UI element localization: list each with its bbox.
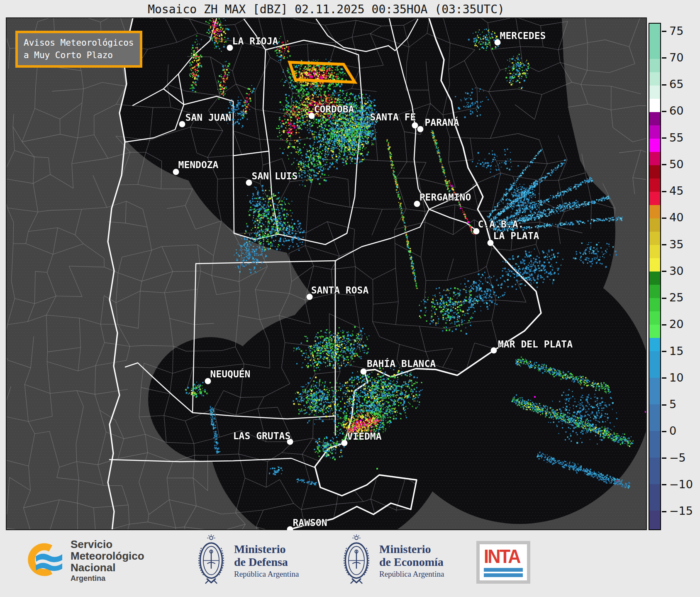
city-label: MAR DEL PLATA — [498, 339, 573, 350]
city-label: SAN LUIS — [252, 171, 298, 181]
smn-name-line1: Servicio — [71, 538, 144, 550]
colorbar-tick — [662, 244, 666, 245]
colorbar-tick-label: 50 — [669, 158, 683, 171]
city-label: C.A.B.A. — [478, 219, 524, 230]
colorbar-tick-label: 30 — [669, 264, 683, 277]
city-label: PARANÁ — [424, 117, 459, 128]
inta-bar-1 — [484, 568, 523, 572]
city-dot — [341, 440, 348, 446]
colorbar-tick-label: 0 — [669, 424, 676, 437]
colorbar-tick-label: −10 — [669, 478, 693, 491]
city-dot — [361, 369, 367, 375]
warning-box: Avisos Meteorológicos a Muy Corto Plazo — [15, 31, 142, 68]
economia-subtitle: República Argentina — [379, 570, 444, 578]
smn-logo-block: Servicio Meteorológico Nacional Argentin… — [25, 538, 144, 583]
colorbar-tick-label: −15 — [669, 504, 693, 517]
colorbar-tick-label: 60 — [669, 104, 683, 117]
city-label: BAHÍA BLANCA — [367, 358, 436, 369]
ministerio-defensa-block: Ministerio de Defensa República Argentin… — [195, 533, 299, 587]
colorbar-tick — [662, 431, 666, 432]
colorbar-tick — [662, 377, 666, 379]
inta-label: INTA — [484, 546, 520, 566]
escudo-argentina-icon — [195, 533, 227, 587]
inta-bar-2 — [484, 573, 523, 577]
colorbar-gradient — [649, 23, 661, 530]
smn-country: Argentina — [71, 575, 144, 582]
economia-title2: de Economía — [379, 555, 444, 568]
city-label: PERGAMINO — [420, 192, 471, 203]
inta-logo: INTA — [476, 541, 530, 584]
ministerio-economia-block: Ministerio de Economía República Argenti… — [340, 533, 444, 587]
footer-logos: Servicio Meteorológico Nacional Argentin… — [0, 530, 700, 597]
defensa-title2: de Defensa — [234, 555, 299, 568]
city-label: MERCEDES — [500, 30, 546, 41]
warning-line1: Avisos Meteorológicos — [24, 37, 134, 49]
inta-logo-block: INTA — [476, 541, 530, 584]
escudo-argentina-icon — [340, 533, 373, 587]
colorbar-tick — [662, 137, 666, 139]
colorbar-tick-label: 65 — [669, 78, 683, 91]
city-label: SAN JUAN — [185, 112, 232, 123]
colorbar: 757065605550454035302520151050−5−10−15 — [649, 23, 700, 530]
city-label: LAS GRUTAS — [233, 431, 290, 441]
colorbar-tick — [662, 511, 666, 512]
city-label-layer: LA RIOJAMERCEDESSAN JUANCÓRDOBASANTA FEP… — [7, 18, 646, 529]
colorbar-tick-label: 5 — [669, 398, 676, 411]
economia-title1: Ministerio — [379, 543, 444, 555]
colorbar-tick-label: 55 — [669, 131, 683, 144]
colorbar-tick — [662, 84, 666, 86]
colorbar-tick — [662, 351, 666, 352]
city-label: LA PLATA — [493, 230, 539, 241]
colorbar-tick-label: 45 — [669, 184, 683, 197]
defensa-title1: Ministerio — [234, 543, 299, 555]
colorbar-tick — [662, 484, 666, 485]
city-dot — [417, 126, 424, 132]
city-label: VIEDMA — [347, 431, 381, 442]
colorbar-tick — [662, 164, 666, 165]
colorbar-tick — [662, 458, 666, 459]
city-label: SANTA ROSA — [311, 285, 368, 296]
colorbar-tick-label: 20 — [669, 318, 683, 330]
colorbar-tick — [662, 404, 666, 406]
colorbar-tick-label: 25 — [669, 291, 683, 304]
defensa-subtitle: República Argentina — [234, 570, 299, 578]
city-label: CÓRDOBA — [314, 104, 354, 115]
colorbar-tick — [662, 191, 666, 192]
page-title: Mosaico ZH MAX [dBZ] 02.11.2025 00:35HOA… — [148, 2, 505, 16]
colorbar-tick-label: 15 — [669, 344, 683, 357]
city-label: NEUQUÉN — [210, 369, 251, 379]
city-label: LA RIOJA — [232, 36, 278, 46]
radar-map: LA RIOJAMERCEDESSAN JUANCÓRDOBASANTA FEP… — [6, 17, 647, 530]
city-label: MENDOZA — [178, 159, 219, 170]
smn-name-line2: Meteorológico — [71, 550, 144, 562]
colorbar-tick-label: 75 — [669, 24, 683, 37]
colorbar-tick-label: 70 — [669, 51, 683, 64]
colorbar-tick — [662, 57, 666, 59]
colorbar-tick — [662, 271, 666, 272]
colorbar-tick — [662, 298, 666, 299]
city-dot — [488, 240, 494, 246]
colorbar-tick-label: −5 — [669, 451, 686, 464]
colorbar-tick — [662, 218, 666, 219]
colorbar-tick-label: 40 — [669, 211, 683, 224]
city-label: RAWSON — [293, 517, 327, 528]
colorbar-tick — [662, 324, 666, 325]
city-label: SANTA FE — [370, 112, 416, 122]
smn-radar-mosaic-page: Mosaico ZH MAX [dBZ] 02.11.2025 00:35HOA… — [0, 0, 700, 597]
colorbar-tick-label: 35 — [669, 237, 683, 250]
smn-logo-icon — [25, 539, 65, 582]
warning-line2: a Muy Corto Plazo — [24, 49, 134, 61]
city-dot — [246, 180, 252, 186]
colorbar-tick — [662, 31, 666, 32]
colorbar-tick-label: 10 — [669, 371, 683, 384]
city-dot — [179, 121, 185, 127]
city-dot — [491, 347, 497, 354]
smn-name-line3: Nacional — [71, 562, 144, 573]
colorbar-tick — [662, 111, 666, 112]
